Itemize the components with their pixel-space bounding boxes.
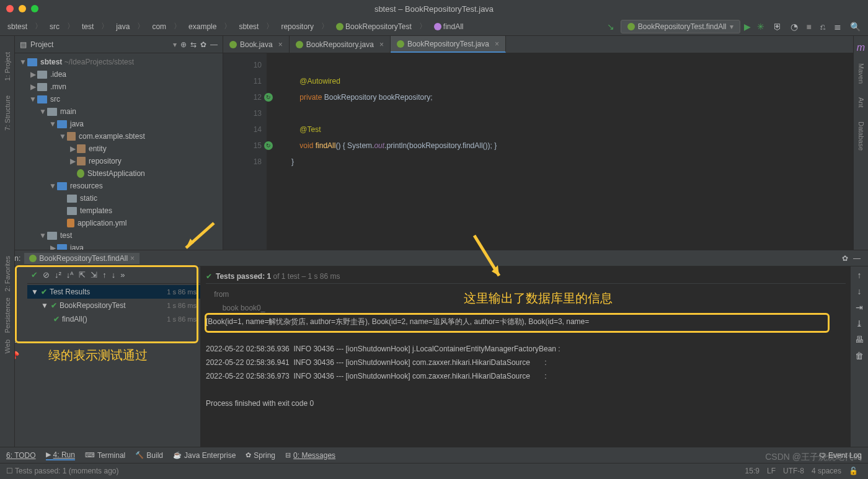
test-results-root[interactable]: ▼ ✔ Test Results1 s 86 ms: [27, 285, 200, 299]
minimize-window[interactable]: [19, 5, 26, 12]
debug-button[interactable]: ✳: [755, 20, 767, 33]
tool-favorites[interactable]: 2: Favorites: [4, 256, 11, 291]
down-icon[interactable]: ↓: [857, 286, 862, 296]
tool-jee[interactable]: ☕ Java Enterprise: [173, 451, 236, 460]
structure-button[interactable]: ≣: [831, 20, 844, 33]
close-icon[interactable]: ×: [379, 40, 384, 49]
right-tool-strip: m Maven Ant Database: [853, 36, 868, 250]
crumb[interactable]: sbtest: [236, 21, 261, 32]
project-pane: ▤ Project ▾ ⊕ ⇆ ✿ — ▼sbtest ~/IdeaProjec…: [15, 36, 223, 250]
indent[interactable]: 4 spaces: [808, 467, 845, 475]
tool-persistence[interactable]: Persistence: [4, 297, 11, 333]
profile-button[interactable]: ◔: [788, 20, 800, 33]
caret-pos[interactable]: 15:9: [742, 467, 763, 475]
test-class[interactable]: ▼ ✔ BookRepositoryTest1 s 86 ms: [27, 299, 200, 312]
maven-icon[interactable]: m: [857, 42, 865, 53]
project-tree[interactable]: ▼sbtest ~/IdeaProjects/sbtest ▶.idea ▶.m…: [15, 53, 223, 250]
run-button[interactable]: ▶: [744, 22, 751, 32]
tool-project[interactable]: 1: Project: [2, 48, 12, 84]
back-icon[interactable]: ↘: [604, 20, 617, 33]
editor: Book.java× BookRepository.java× BookRepo…: [223, 36, 868, 250]
test-method[interactable]: ✔ findAll()1 s 86 ms: [27, 312, 200, 326]
crumb[interactable]: src: [47, 21, 62, 32]
collapse-icon[interactable]: ⇲: [91, 270, 97, 279]
tool-web[interactable]: Web: [4, 340, 11, 353]
run-tab[interactable]: BookRepositoryTest.findAll×: [24, 253, 140, 264]
tool-ant[interactable]: Ant: [856, 94, 866, 112]
gutter-icon[interactable]: ↻: [264, 93, 273, 102]
project-label: Project: [30, 40, 169, 49]
locate-icon[interactable]: ⊕: [180, 40, 187, 49]
tool-structure[interactable]: 7: Structure: [2, 92, 12, 134]
run-controls: ↘ BookRepositoryTest.findAll ▾ ▶ ✳ ⛨ ◔ ■…: [604, 20, 863, 33]
line-sep[interactable]: LF: [763, 467, 779, 475]
bottom-toolbar: 6: TODO ▶ 4: Run ⌨ Terminal 🔨 Build ☕ Ja…: [0, 447, 868, 463]
up-icon[interactable]: ↑: [857, 270, 862, 280]
sort-icon[interactable]: ↓²: [55, 270, 61, 279]
clear-icon[interactable]: 🗑: [855, 351, 864, 361]
sort-icon[interactable]: ↓ᴬ: [66, 270, 74, 279]
gutter: 10 11 12↻ 13 14 15↻ 18: [223, 53, 267, 250]
status-message: Tests passed: 1 (moments ago): [15, 467, 118, 475]
prev-icon[interactable]: ↑: [102, 270, 107, 279]
tab-bookrepository[interactable]: BookRepository.java×: [290, 36, 391, 53]
code-body[interactable]: @Autowired private BookRepository bookRe…: [267, 53, 868, 250]
stop-button[interactable]: ■: [804, 20, 814, 33]
breadcrumb[interactable]: sbtest〉 src〉 test〉 java〉 com〉 example〉 s…: [5, 20, 466, 33]
titlebar: sbtest – BookRepositoryTest.java: [0, 0, 868, 17]
project-header: ▤ Project ▾ ⊕ ⇆ ✿ —: [15, 36, 223, 53]
code-area[interactable]: 10 11 12↻ 13 14 15↻ 18 @Autowired privat…: [223, 53, 868, 250]
test-tree[interactable]: ▼ ✔ Test Results1 s 86 ms ▼ ✔ BookReposi…: [27, 284, 200, 447]
close-icon[interactable]: ×: [278, 40, 283, 49]
scroll-end-icon[interactable]: ⤓: [856, 319, 863, 328]
tool-run[interactable]: ▶ 4: Run: [46, 450, 75, 460]
tool-maven[interactable]: Maven: [856, 59, 866, 87]
settings-icon[interactable]: ✿: [200, 40, 206, 49]
show-ignored-icon[interactable]: ⊘: [43, 270, 50, 279]
close-icon[interactable]: ×: [130, 254, 135, 263]
event-log[interactable]: 🗨 Event Log: [819, 451, 862, 460]
encoding[interactable]: UTF-8: [779, 467, 808, 475]
tool-spring[interactable]: ✿ Spring: [246, 451, 275, 460]
more-icon[interactable]: »: [120, 270, 125, 279]
window-title: sbtest – BookRepositoryTest.java: [374, 4, 494, 14]
console[interactable]: ✔Tests passed: 1 of 1 test – 1 s 86 ms f…: [201, 266, 851, 447]
close-window[interactable]: [6, 5, 14, 12]
lock-icon[interactable]: 🔓: [845, 467, 862, 475]
crumb[interactable]: com: [149, 21, 169, 32]
test-toolbar: ✔ ⊘ ↓² ↓ᴬ ⇱ ⇲ ↑ ↓ »: [27, 266, 200, 284]
run-config-select[interactable]: BookRepositoryTest.findAll ▾: [621, 20, 740, 33]
hide-icon[interactable]: —: [851, 254, 863, 263]
tool-database[interactable]: Database: [856, 118, 866, 154]
run-gutter-icon[interactable]: ↻: [264, 141, 273, 150]
expand-icon[interactable]: ⇱: [79, 270, 86, 279]
search-button[interactable]: 🔍: [848, 20, 863, 33]
gear-icon[interactable]: ✿: [839, 254, 851, 263]
expand-icon[interactable]: ⇆: [190, 40, 197, 49]
crumb[interactable]: example: [186, 21, 219, 32]
show-passed-icon[interactable]: ✔: [31, 270, 38, 279]
tool-todo[interactable]: 6: TODO: [6, 451, 36, 460]
crumb-class[interactable]: BookRepositoryTest: [334, 21, 414, 32]
coverage-button[interactable]: ⛨: [771, 20, 784, 33]
left-tool-strip: 1: Project 7: Structure: [0, 36, 15, 250]
tool-messages[interactable]: ⊟ 0: Messages: [285, 451, 335, 460]
crumb[interactable]: sbtest: [5, 21, 30, 32]
next-icon[interactable]: ↓: [112, 270, 116, 279]
tool-build[interactable]: 🔨 Build: [135, 451, 163, 460]
crumb[interactable]: java: [113, 21, 132, 32]
wrap-icon[interactable]: ⇥: [856, 302, 863, 312]
tab-book[interactable]: Book.java×: [223, 36, 290, 53]
tab-bookrepositorytest[interactable]: BookRepositoryTest.java×: [391, 36, 506, 53]
crumb-method[interactable]: findAll: [432, 21, 466, 32]
print-icon[interactable]: 🖶: [855, 335, 864, 345]
maximize-window[interactable]: [31, 5, 38, 12]
tool-terminal[interactable]: ⌨ Terminal: [85, 451, 125, 460]
status-icon: ☐: [6, 467, 13, 475]
vcs-button[interactable]: ⎌: [818, 20, 828, 33]
project-icon: ▤: [20, 40, 27, 49]
hide-icon[interactable]: —: [210, 40, 218, 49]
crumb[interactable]: test: [79, 21, 96, 32]
close-icon[interactable]: ×: [495, 40, 499, 48]
crumb[interactable]: repository: [278, 21, 316, 32]
